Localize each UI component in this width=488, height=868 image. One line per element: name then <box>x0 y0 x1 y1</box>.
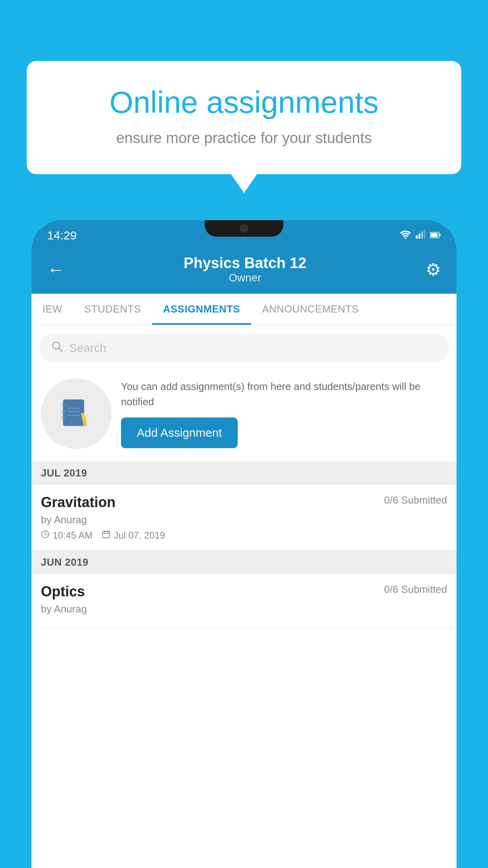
clock-icon <box>41 530 50 541</box>
status-time: 14:29 <box>47 229 77 242</box>
svg-rect-7 <box>431 233 438 237</box>
add-assignment-button[interactable]: Add Assignment <box>121 417 238 448</box>
svg-rect-12 <box>62 410 65 413</box>
search-bar[interactable]: Search <box>39 333 449 362</box>
assignment-item-optics[interactable]: Optics 0/6 Submitted by Anurag <box>31 574 457 629</box>
svg-rect-10 <box>63 399 84 426</box>
speech-bubble-title: Online assignments <box>58 85 430 120</box>
tab-students[interactable]: STUDENTS <box>73 294 152 325</box>
assignment-author: by Anurag <box>41 514 447 526</box>
svg-rect-22 <box>103 531 110 538</box>
info-section: You can add assignment(s) from here and … <box>31 369 457 462</box>
assignment-date-value: Jul 07, 2019 <box>114 530 165 541</box>
assignment-item-gravitation[interactable]: Gravitation 0/6 Submitted by Anurag <box>31 485 457 551</box>
svg-line-9 <box>59 348 62 351</box>
assignment-title: Gravitation <box>41 494 116 511</box>
info-text-wrap: You can add assignment(s) from here and … <box>121 379 447 448</box>
wifi-icon <box>400 230 411 241</box>
assignment-author-optics: by Anurag <box>41 603 447 615</box>
status-icons <box>400 230 441 241</box>
section-header-jul: JUL 2019 <box>31 462 457 485</box>
assignment-row-header: Gravitation 0/6 Submitted <box>41 494 447 511</box>
phone-frame: 14:29 <box>31 220 457 868</box>
battery-icon <box>430 230 441 241</box>
tab-assignments[interactable]: ASSIGNMENTS <box>152 294 251 325</box>
back-button[interactable]: ← <box>47 260 64 280</box>
assignment-meta: 10:45 AM Jul 07, 2019 <box>41 530 447 541</box>
section-header-jun: JUN 2019 <box>31 551 457 574</box>
assignment-title-optics: Optics <box>41 583 85 600</box>
assignment-row-header-optics: Optics 0/6 Submitted <box>41 583 447 600</box>
app-content: ← Physics Batch 12 Owner ⚙ IEW STUDENTS … <box>31 247 457 868</box>
scroll-content[interactable]: Search <box>31 325 457 868</box>
header-title: Physics Batch 12 Owner <box>183 255 306 284</box>
svg-rect-6 <box>439 234 440 236</box>
svg-rect-13 <box>62 416 65 419</box>
svg-rect-4 <box>424 230 425 239</box>
search-placeholder: Search <box>69 341 106 355</box>
calendar-icon <box>102 530 110 541</box>
tabs-bar: IEW STUDENTS ASSIGNMENTS ANNOUNCEMENTS <box>31 294 457 325</box>
signal-icon <box>416 230 425 241</box>
svg-rect-1 <box>416 235 418 239</box>
app-header: ← Physics Batch 12 Owner ⚙ <box>31 247 457 294</box>
assignment-date: Jul 07, 2019 <box>102 530 165 541</box>
svg-line-21 <box>45 534 47 535</box>
submitted-count: 0/6 Submitted <box>384 494 447 506</box>
batch-role: Owner <box>183 272 306 284</box>
speech-bubble: Online assignments ensure more practice … <box>27 61 461 174</box>
settings-icon[interactable]: ⚙ <box>426 259 441 280</box>
search-icon <box>51 340 63 355</box>
svg-point-0 <box>405 237 407 239</box>
speech-bubble-container: Online assignments ensure more practice … <box>27 61 461 174</box>
submitted-count-optics: 0/6 Submitted <box>384 583 447 596</box>
assignment-time-value: 10:45 AM <box>53 530 92 541</box>
svg-rect-11 <box>62 404 65 406</box>
svg-rect-3 <box>421 232 423 239</box>
tab-announcements[interactable]: ANNOUNCEMENTS <box>251 294 370 325</box>
notebook-icon <box>59 396 94 431</box>
svg-rect-2 <box>418 234 420 239</box>
notebook-icon-wrap <box>41 378 112 449</box>
phone-notch <box>205 220 283 237</box>
info-description: You can add assignment(s) from here and … <box>121 379 447 410</box>
speech-bubble-subtitle: ensure more practice for your students <box>58 130 430 147</box>
batch-name: Physics Batch 12 <box>183 255 306 272</box>
tab-iew[interactable]: IEW <box>31 294 73 325</box>
assignment-time: 10:45 AM <box>41 530 92 541</box>
front-camera <box>240 224 248 233</box>
